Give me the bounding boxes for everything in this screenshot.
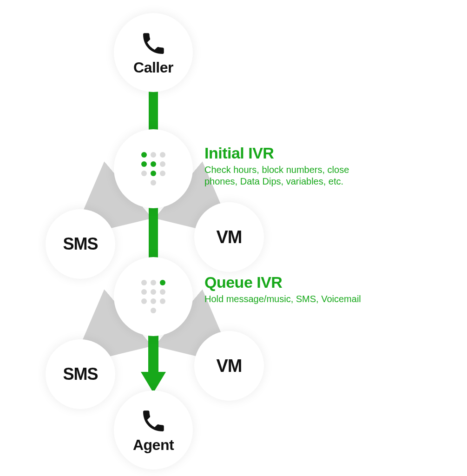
phone-icon [140,30,167,57]
caller-label: Caller [133,60,173,75]
initial-ivr-annotation: Initial IVR Check hours, block numbers, … [204,144,376,187]
initial-ivr-node [114,129,193,208]
sms-label: SMS [63,366,98,383]
queue-ivr-annotation: Queue IVR Hold message/music, SMS, Voice… [204,273,361,305]
sms-node: SMS [46,339,115,409]
sms-label: SMS [63,236,98,252]
queue-ivr-title: Queue IVR [204,273,361,291]
dialpad-icon [141,279,166,314]
vm-node: VM [194,202,264,272]
dialpad-icon [141,152,166,186]
ivr-flow-diagram: Caller Initial IVR Check hours, block nu… [0,0,467,476]
agent-node: Agent [114,390,193,469]
phone-icon [140,408,167,435]
queue-ivr-desc: Hold message/music, SMS, Voicemail [204,293,361,305]
queue-ivr-node [114,257,193,336]
caller-node: Caller [114,13,193,92]
initial-ivr-title: Initial IVR [204,144,376,162]
vm-label: VM [217,228,242,246]
agent-label: Agent [133,437,174,452]
initial-ivr-desc: Check hours, block numbers, close phones… [204,164,376,187]
vm-label: VM [217,357,242,375]
sms-node: SMS [46,209,115,279]
vm-node: VM [194,331,264,401]
